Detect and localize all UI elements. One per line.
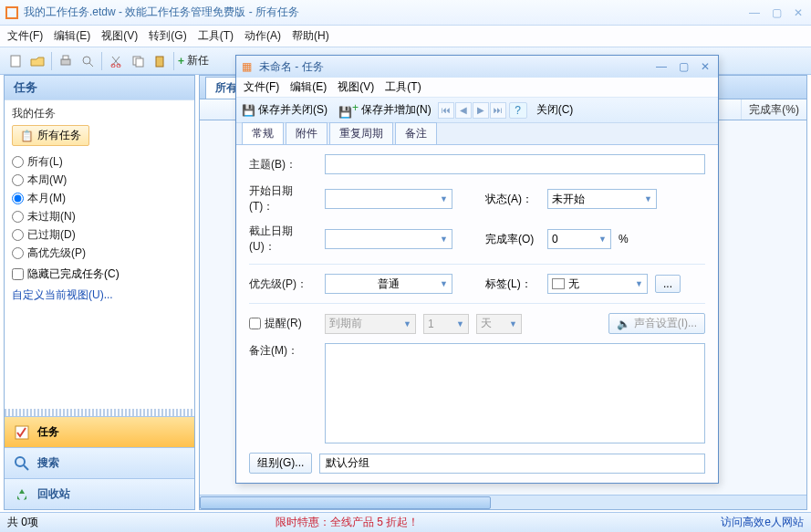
due-date-picker[interactable]: ▼ xyxy=(325,229,452,249)
all-tasks-chip[interactable]: 📋 所有任务 xyxy=(12,125,89,146)
task-dialog: ▦ 未命名 - 任务 — ▢ ✕ 文件(F) 编辑(E) 视图(V) 工具(T)… xyxy=(235,55,719,484)
svg-point-3 xyxy=(83,57,90,64)
open-icon[interactable] xyxy=(27,51,47,71)
state-select[interactable]: 未开始▼ xyxy=(547,189,657,209)
radio-overdue[interactable]: 已过期(D) xyxy=(12,227,187,243)
tab-general[interactable]: 常规 xyxy=(242,122,284,144)
subject-label: 主题(B)： xyxy=(249,157,317,172)
menu-edit[interactable]: 编辑(E) xyxy=(54,28,90,44)
remind-unit-select: 天▼ xyxy=(476,314,522,334)
radio-week[interactable]: 本周(W) xyxy=(12,172,187,188)
cut-icon[interactable] xyxy=(106,51,126,71)
pct-suffix: % xyxy=(619,233,629,245)
radio-all[interactable]: 所有(L) xyxy=(12,154,187,170)
dlg-menu-tools[interactable]: 工具(T) xyxy=(385,79,421,95)
sound-button: 🔈声音设置(I)... xyxy=(608,313,705,334)
nav-next-icon[interactable]: ▶ xyxy=(473,102,489,119)
status-promo[interactable]: 限时特惠：全线产品 5 折起！ xyxy=(276,515,419,530)
group-field[interactable]: 默认分组 xyxy=(319,454,705,474)
nav-first-icon[interactable]: ⏮ xyxy=(438,102,454,119)
main-titlebar: 我的工作任务.etdw - 效能工作任务管理免费版 - 所有任务 — ▢ ✕ xyxy=(0,0,811,26)
nav-tasks[interactable]: 任务 xyxy=(5,416,194,447)
dialog-form: 主题(B)： 开始日期(T)： ▼ 状态(A)： 未开始▼ 截止日期(U)： ▼… xyxy=(236,145,718,483)
tab-notes[interactable]: 备注 xyxy=(395,122,437,144)
tags-more-button[interactable]: ... xyxy=(655,275,681,293)
maximize-button[interactable]: ▢ xyxy=(769,6,784,19)
copy-icon[interactable] xyxy=(128,51,148,71)
due-label: 截止日期(U)： xyxy=(249,224,317,255)
nav-search[interactable]: 搜索 xyxy=(5,447,194,478)
close-button[interactable]: ✕ xyxy=(791,6,806,19)
radio-month[interactable]: 本月(M) xyxy=(12,191,187,206)
start-date-picker[interactable]: ▼ xyxy=(325,189,452,209)
dialog-close-button[interactable]: ✕ xyxy=(698,60,712,73)
group-button[interactable]: 组别(G)... xyxy=(249,453,312,474)
remind-check[interactable]: 提醒(R) xyxy=(249,316,317,331)
check-icon xyxy=(14,424,30,441)
tag-swatch xyxy=(552,278,565,289)
radio-high[interactable]: 高优先级(P) xyxy=(12,245,187,261)
radio-notdue[interactable]: 未过期(N) xyxy=(12,209,187,224)
tab-recur[interactable]: 重复周期 xyxy=(329,122,393,144)
scrollbar-thumb[interactable] xyxy=(200,496,491,509)
toolbar-separator xyxy=(101,52,102,70)
nav-recycle-label: 回收站 xyxy=(37,486,70,502)
svg-line-12 xyxy=(24,465,28,470)
save-close-button[interactable]: 保存并关闭(S) xyxy=(258,102,328,118)
dialog-title: 未命名 - 任务 xyxy=(259,59,324,75)
menu-view[interactable]: 视图(V) xyxy=(101,28,138,44)
status-count: 共 0项 xyxy=(7,515,38,530)
svg-rect-2 xyxy=(63,56,68,59)
nav-search-label: 搜索 xyxy=(37,455,59,471)
nav-recycle[interactable]: 回收站 xyxy=(5,478,194,509)
nav-last-icon[interactable]: ⏭ xyxy=(490,102,506,119)
dialog-minimize-button[interactable]: — xyxy=(654,60,669,73)
priority-select[interactable]: 普通▼ xyxy=(325,274,452,294)
nav-prev-icon[interactable]: ◀ xyxy=(455,102,472,119)
dialog-maximize-button[interactable]: ▢ xyxy=(676,60,691,73)
svg-rect-8 xyxy=(136,58,143,67)
print-icon[interactable] xyxy=(56,51,76,71)
record-nav: ⏮ ◀ ▶ ⏭ xyxy=(438,102,506,119)
menu-tools[interactable]: 工具(T) xyxy=(198,28,234,44)
menu-action[interactable]: 动作(A) xyxy=(244,28,281,44)
memo-textarea[interactable] xyxy=(325,343,705,443)
col-pct[interactable]: 完成率(%) xyxy=(741,99,806,120)
close-button-text[interactable]: 关闭(C) xyxy=(536,102,574,118)
save-add-button[interactable]: 保存并增加(N) xyxy=(361,102,431,118)
statusbar: 共 0项 限时特惠：全线产品 5 折起！ 访问高效e人网站 xyxy=(0,512,811,532)
svg-rect-0 xyxy=(11,56,20,67)
new-task-label: 新任 xyxy=(187,53,209,68)
paste-icon[interactable] xyxy=(150,51,170,71)
subject-input[interactable] xyxy=(325,154,705,174)
plus-icon: + xyxy=(178,55,184,68)
minimize-button[interactable]: — xyxy=(747,6,762,19)
tags-select[interactable]: 无▼ xyxy=(547,274,648,294)
horizontal-scrollbar[interactable] xyxy=(200,495,806,509)
dialog-toolbar: 💾 保存并关闭(S) 💾+ 保存并增加(N) ⏮ ◀ ▶ ⏭ ? 关闭(C) xyxy=(236,98,718,123)
new-task-button[interactable]: + 新任 xyxy=(178,53,209,68)
tab-attach[interactable]: 附件 xyxy=(286,122,328,144)
status-link[interactable]: 访问高效e人网站 xyxy=(721,515,804,530)
customize-view-link[interactable]: 自定义当前视图(U)... xyxy=(12,287,113,303)
hide-done-check[interactable]: 隐藏已完成任务(C) xyxy=(12,266,187,282)
sidebar-body: 我的任务 📋 所有任务 所有(L) 本周(W) 本月(M) 未过期(N) 已过期… xyxy=(5,99,194,409)
help-icon[interactable]: ? xyxy=(509,102,527,119)
task-icon: 📋 xyxy=(20,130,34,142)
my-tasks-label: 我的任务 xyxy=(12,106,187,121)
pct-spinner[interactable]: 0▼ xyxy=(547,229,611,249)
menu-goto[interactable]: 转到(G) xyxy=(149,28,186,44)
svg-line-4 xyxy=(89,63,93,67)
sidebar: 任务 我的任务 📋 所有任务 所有(L) 本周(W) 本月(M) 未过期(N) … xyxy=(4,75,195,510)
sidebar-gripper[interactable] xyxy=(5,409,194,416)
remind-n-spinner: 1▼ xyxy=(423,314,469,334)
window-controls: — ▢ ✕ xyxy=(747,6,806,19)
menu-help[interactable]: 帮助(H) xyxy=(292,28,329,44)
menu-file[interactable]: 文件(F) xyxy=(7,28,43,44)
dialog-window-controls: — ▢ ✕ xyxy=(654,60,712,73)
dlg-menu-edit[interactable]: 编辑(E) xyxy=(290,79,327,95)
dlg-menu-view[interactable]: 视图(V) xyxy=(338,79,374,95)
preview-icon[interactable] xyxy=(78,51,98,71)
dlg-menu-file[interactable]: 文件(F) xyxy=(244,79,279,95)
new-doc-icon[interactable] xyxy=(5,51,26,71)
